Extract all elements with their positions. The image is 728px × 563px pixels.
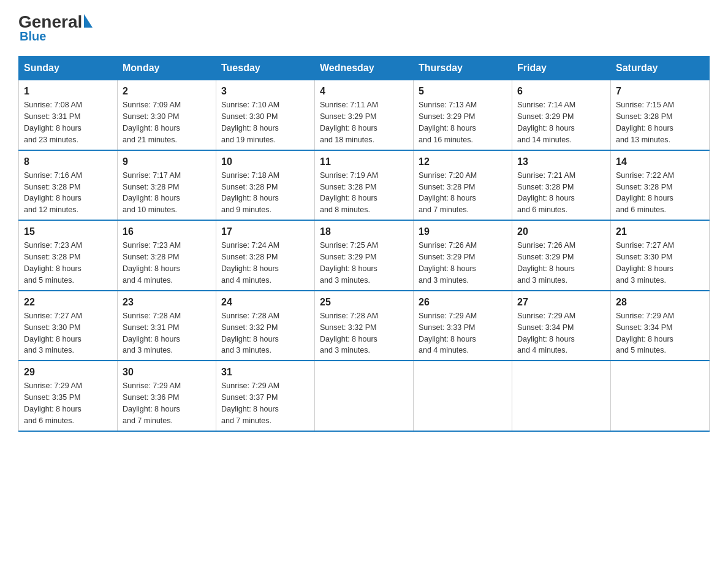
day-info: Sunrise: 7:29 AM Sunset: 3:35 PM Dayligh…	[24, 381, 82, 425]
day-info: Sunrise: 7:26 AM Sunset: 3:29 PM Dayligh…	[517, 241, 575, 285]
day-info: Sunrise: 7:28 AM Sunset: 3:31 PM Dayligh…	[123, 312, 181, 355]
header-cell-sunday: Sunday	[19, 56, 118, 80]
day-number: 20	[517, 224, 605, 239]
day-cell: 3Sunrise: 7:10 AM Sunset: 3:30 PM Daylig…	[216, 80, 315, 150]
day-info: Sunrise: 7:26 AM Sunset: 3:29 PM Dayligh…	[419, 241, 477, 285]
day-cell: 18Sunrise: 7:25 AM Sunset: 3:29 PM Dayli…	[315, 220, 414, 291]
day-number: 27	[517, 295, 605, 309]
week-row-2: 8Sunrise: 7:16 AM Sunset: 3:28 PM Daylig…	[19, 150, 710, 221]
day-number: 19	[419, 224, 507, 239]
day-cell: 6Sunrise: 7:14 AM Sunset: 3:29 PM Daylig…	[512, 80, 611, 150]
day-number: 13	[517, 155, 605, 169]
day-cell: 4Sunrise: 7:11 AM Sunset: 3:29 PM Daylig…	[315, 80, 414, 150]
day-info: Sunrise: 7:28 AM Sunset: 3:32 PM Dayligh…	[221, 312, 279, 355]
day-number: 17	[221, 224, 309, 239]
day-info: Sunrise: 7:11 AM Sunset: 3:29 PM Dayligh…	[320, 101, 378, 144]
day-info: Sunrise: 7:29 AM Sunset: 3:36 PM Dayligh…	[123, 381, 181, 425]
day-cell	[414, 361, 512, 431]
calendar-header: SundayMondayTuesdayWednesdayThursdayFrid…	[19, 56, 710, 80]
day-info: Sunrise: 7:20 AM Sunset: 3:28 PM Dayligh…	[419, 171, 477, 215]
day-cell: 25Sunrise: 7:28 AM Sunset: 3:32 PM Dayli…	[315, 291, 414, 361]
day-number: 10	[221, 155, 309, 169]
day-cell: 15Sunrise: 7:23 AM Sunset: 3:28 PM Dayli…	[19, 220, 118, 291]
calendar-table: SundayMondayTuesdayWednesdayThursdayFrid…	[18, 56, 710, 432]
day-cell: 20Sunrise: 7:26 AM Sunset: 3:29 PM Dayli…	[512, 220, 611, 291]
day-info: Sunrise: 7:13 AM Sunset: 3:29 PM Dayligh…	[419, 101, 477, 144]
day-number: 18	[320, 224, 408, 239]
week-row-1: 1Sunrise: 7:08 AM Sunset: 3:31 PM Daylig…	[19, 80, 710, 150]
header-cell-tuesday: Tuesday	[216, 56, 315, 80]
day-cell: 31Sunrise: 7:29 AM Sunset: 3:37 PM Dayli…	[216, 361, 315, 431]
day-cell: 2Sunrise: 7:09 AM Sunset: 3:30 PM Daylig…	[118, 80, 216, 150]
day-number: 24	[221, 295, 309, 309]
header-cell-saturday: Saturday	[611, 56, 710, 80]
day-number: 29	[24, 365, 112, 379]
day-cell: 28Sunrise: 7:29 AM Sunset: 3:34 PM Dayli…	[611, 291, 710, 361]
day-number: 4	[320, 84, 408, 98]
day-info: Sunrise: 7:23 AM Sunset: 3:28 PM Dayligh…	[24, 241, 82, 285]
day-cell	[512, 361, 611, 431]
day-info: Sunrise: 7:24 AM Sunset: 3:28 PM Dayligh…	[221, 241, 279, 285]
day-info: Sunrise: 7:21 AM Sunset: 3:28 PM Dayligh…	[517, 171, 575, 215]
day-info: Sunrise: 7:29 AM Sunset: 3:33 PM Dayligh…	[419, 312, 477, 355]
logo-blue-text: Blue	[18, 29, 46, 44]
header-cell-wednesday: Wednesday	[315, 56, 414, 80]
day-number: 25	[320, 295, 408, 309]
day-info: Sunrise: 7:28 AM Sunset: 3:32 PM Dayligh…	[320, 312, 378, 355]
day-info: Sunrise: 7:19 AM Sunset: 3:28 PM Dayligh…	[320, 171, 378, 215]
logo: General Blue	[18, 12, 93, 44]
header-row: SundayMondayTuesdayWednesdayThursdayFrid…	[19, 56, 710, 80]
day-cell	[315, 361, 414, 431]
day-cell: 13Sunrise: 7:21 AM Sunset: 3:28 PM Dayli…	[512, 150, 611, 221]
week-row-3: 15Sunrise: 7:23 AM Sunset: 3:28 PM Dayli…	[19, 220, 710, 291]
day-cell: 9Sunrise: 7:17 AM Sunset: 3:28 PM Daylig…	[118, 150, 216, 221]
day-cell: 12Sunrise: 7:20 AM Sunset: 3:28 PM Dayli…	[414, 150, 512, 221]
page-header: General Blue	[18, 12, 710, 44]
day-cell: 1Sunrise: 7:08 AM Sunset: 3:31 PM Daylig…	[19, 80, 118, 150]
week-row-4: 22Sunrise: 7:27 AM Sunset: 3:30 PM Dayli…	[19, 291, 710, 361]
day-number: 1	[24, 84, 112, 98]
day-cell: 8Sunrise: 7:16 AM Sunset: 3:28 PM Daylig…	[19, 150, 118, 221]
day-number: 8	[24, 155, 112, 169]
day-number: 26	[419, 295, 507, 309]
day-cell	[611, 361, 710, 431]
day-info: Sunrise: 7:27 AM Sunset: 3:30 PM Dayligh…	[24, 312, 82, 355]
day-cell: 14Sunrise: 7:22 AM Sunset: 3:28 PM Dayli…	[611, 150, 710, 221]
day-number: 28	[616, 295, 704, 309]
day-number: 15	[24, 224, 112, 239]
day-info: Sunrise: 7:18 AM Sunset: 3:28 PM Dayligh…	[221, 171, 279, 215]
header-cell-friday: Friday	[512, 56, 611, 80]
day-number: 11	[320, 155, 408, 169]
day-info: Sunrise: 7:29 AM Sunset: 3:37 PM Dayligh…	[221, 381, 279, 425]
day-cell: 11Sunrise: 7:19 AM Sunset: 3:28 PM Dayli…	[315, 150, 414, 221]
day-number: 5	[419, 84, 507, 98]
calendar-body: 1Sunrise: 7:08 AM Sunset: 3:31 PM Daylig…	[19, 80, 710, 431]
day-info: Sunrise: 7:27 AM Sunset: 3:30 PM Dayligh…	[616, 241, 674, 285]
day-cell: 22Sunrise: 7:27 AM Sunset: 3:30 PM Dayli…	[19, 291, 118, 361]
day-number: 23	[123, 295, 211, 309]
day-number: 22	[24, 295, 112, 309]
day-number: 12	[419, 155, 507, 169]
day-info: Sunrise: 7:22 AM Sunset: 3:28 PM Dayligh…	[616, 171, 674, 215]
day-number: 14	[616, 155, 704, 169]
day-info: Sunrise: 7:17 AM Sunset: 3:28 PM Dayligh…	[123, 171, 181, 215]
day-number: 16	[123, 224, 211, 239]
day-number: 2	[123, 84, 211, 98]
day-cell: 24Sunrise: 7:28 AM Sunset: 3:32 PM Dayli…	[216, 291, 315, 361]
day-cell: 26Sunrise: 7:29 AM Sunset: 3:33 PM Dayli…	[414, 291, 512, 361]
day-info: Sunrise: 7:15 AM Sunset: 3:28 PM Dayligh…	[616, 101, 674, 144]
day-cell: 27Sunrise: 7:29 AM Sunset: 3:34 PM Dayli…	[512, 291, 611, 361]
day-info: Sunrise: 7:14 AM Sunset: 3:29 PM Dayligh…	[517, 101, 575, 144]
day-number: 21	[616, 224, 704, 239]
day-cell: 17Sunrise: 7:24 AM Sunset: 3:28 PM Dayli…	[216, 220, 315, 291]
day-number: 3	[221, 84, 309, 98]
day-info: Sunrise: 7:23 AM Sunset: 3:28 PM Dayligh…	[123, 241, 181, 285]
day-info: Sunrise: 7:25 AM Sunset: 3:29 PM Dayligh…	[320, 241, 378, 285]
day-number: 6	[517, 84, 605, 98]
day-info: Sunrise: 7:16 AM Sunset: 3:28 PM Dayligh…	[24, 171, 82, 215]
day-cell: 23Sunrise: 7:28 AM Sunset: 3:31 PM Dayli…	[118, 291, 216, 361]
day-cell: 5Sunrise: 7:13 AM Sunset: 3:29 PM Daylig…	[414, 80, 512, 150]
day-cell: 10Sunrise: 7:18 AM Sunset: 3:28 PM Dayli…	[216, 150, 315, 221]
day-number: 30	[123, 365, 211, 379]
day-cell: 16Sunrise: 7:23 AM Sunset: 3:28 PM Dayli…	[118, 220, 216, 291]
